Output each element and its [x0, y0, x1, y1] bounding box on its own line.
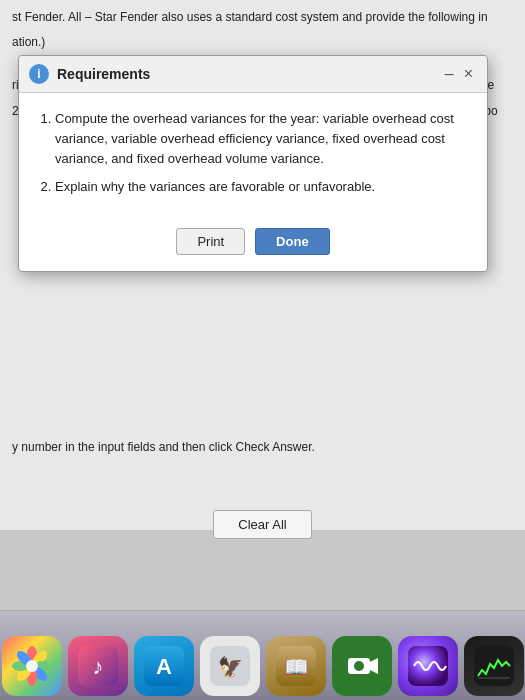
check-answer-instruction: y number in the input fields and then cl… [12, 440, 513, 454]
info-icon: i [29, 64, 49, 84]
requirement-item-1: Compute the overhead variances for the y… [55, 109, 469, 169]
dock-icon-photos[interactable] [2, 636, 62, 696]
bg-text-2: ation.) [12, 33, 513, 52]
clear-all-area: Clear All [0, 510, 525, 539]
modal-minimize-button[interactable]: – [439, 66, 460, 82]
modal-close-button[interactable]: × [460, 66, 477, 82]
requirements-list: Compute the overhead variances for the y… [37, 109, 469, 198]
requirements-modal: i Requirements – × Compute the overhead … [18, 55, 488, 272]
svg-text:A: A [156, 654, 172, 679]
svg-text:📖: 📖 [283, 655, 308, 679]
svg-text:♪: ♪ [92, 654, 103, 679]
done-button[interactable]: Done [255, 228, 330, 255]
dock-icon-activity-monitor[interactable] [464, 636, 524, 696]
clear-all-button[interactable]: Clear All [213, 510, 311, 539]
svg-point-8 [26, 660, 38, 672]
modal-title: Requirements [57, 66, 439, 82]
bg-text-1: st Fender. All – Star Fender also uses a… [12, 8, 513, 27]
modal-footer: Print Done [19, 214, 487, 271]
requirement-1-text: Compute the overhead variances for the y… [55, 111, 454, 166]
dock-icon-xcode[interactable]: 🦅 [200, 636, 260, 696]
dock-icon-facetime[interactable] [332, 636, 392, 696]
requirement-2-text: Explain why the variances are favorable … [55, 179, 375, 194]
dock-icon-siri[interactable] [398, 636, 458, 696]
dock-icon-notes[interactable]: 📖 [266, 636, 326, 696]
below-modal-area: y number in the input fields and then cl… [0, 440, 525, 454]
macos-dock: ♪ A 🦅 [0, 610, 525, 700]
print-button[interactable]: Print [176, 228, 245, 255]
modal-body: Compute the overhead variances for the y… [19, 93, 487, 214]
dock-icon-music[interactable]: ♪ [68, 636, 128, 696]
svg-text:🦅: 🦅 [217, 655, 242, 679]
dock-icon-appstore[interactable]: A [134, 636, 194, 696]
svg-point-20 [354, 661, 364, 671]
requirement-item-2: Explain why the variances are favorable … [55, 177, 469, 197]
modal-header: i Requirements – × [19, 56, 487, 93]
